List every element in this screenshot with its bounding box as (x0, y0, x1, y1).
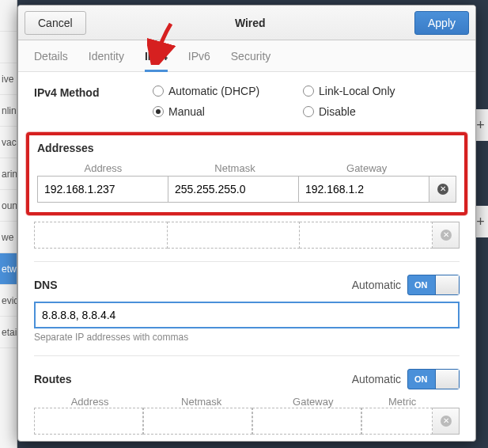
gateway-input[interactable] (299, 176, 429, 203)
radio-icon (303, 106, 314, 117)
route-address-input[interactable] (34, 408, 143, 435)
tab-identity[interactable]: Identity (89, 40, 124, 72)
radio-automatic[interactable]: Automatic (DHCP) (153, 85, 303, 97)
addresses-title: Addresses (37, 142, 456, 154)
tab-ipv6[interactable]: IPv6 (188, 40, 210, 72)
delete-address-button: ✕ (433, 222, 460, 249)
routes-automatic-label: Automatic (352, 373, 401, 385)
col-metric: Metric (369, 396, 436, 408)
dns-servers-input[interactable] (34, 302, 460, 328)
radio-icon (153, 85, 164, 97)
route-netmask-input[interactable] (143, 408, 252, 435)
radio-icon (153, 106, 164, 117)
ipv4-method-label: IPv4 Method (34, 85, 153, 99)
address-input[interactable] (37, 176, 168, 203)
network-settings-dialog: Cancel Wired Apply Details Identity IPv4… (17, 5, 476, 442)
dns-hint: Separate IP addresses with commas (34, 332, 460, 343)
routes-title: Routes (34, 373, 352, 385)
tab-details[interactable]: Details (34, 40, 68, 72)
col-address: Address (34, 396, 146, 408)
address-input[interactable] (34, 222, 168, 249)
delete-route-button: ✕ (433, 408, 460, 435)
delete-address-button[interactable]: ✕ (429, 176, 456, 203)
col-address: Address (37, 162, 169, 174)
close-icon: ✕ (441, 230, 452, 241)
gateway-input[interactable] (300, 222, 433, 249)
close-icon: ✕ (441, 416, 452, 427)
col-gateway: Gateway (301, 162, 433, 174)
col-netmask: Netmask (146, 396, 257, 408)
tab-ipv4[interactable]: IPv4 (145, 40, 168, 72)
dialog-title: Wired (86, 17, 414, 29)
col-gateway: Gateway (257, 396, 369, 408)
route-gateway-input[interactable] (252, 408, 361, 435)
content-area: IPv4 Method Automatic (DHCP) Manual Link… (18, 72, 475, 441)
addresses-highlight: Addresses Address Netmask Gateway ✕ (26, 132, 467, 215)
netmask-input[interactable] (168, 222, 301, 249)
radio-disable[interactable]: Disable (303, 105, 453, 118)
address-row: ✕ (37, 176, 456, 203)
routes-automatic-switch[interactable]: ON (407, 369, 460, 389)
radio-manual[interactable]: Manual (153, 105, 303, 118)
switch-knob (435, 275, 459, 294)
dns-title: DNS (34, 279, 352, 291)
radio-icon (303, 85, 314, 97)
route-metric-input[interactable] (361, 408, 433, 435)
tab-security[interactable]: Security (231, 40, 271, 72)
cancel-button[interactable]: Cancel (25, 11, 86, 35)
netmask-input[interactable] (168, 176, 299, 203)
route-row-empty: ✕ (34, 408, 460, 435)
dns-automatic-switch[interactable]: ON (407, 275, 460, 295)
close-icon: ✕ (437, 184, 448, 195)
background-sidebar: ive nlin vac arin oun we etw evic etail (0, 0, 17, 448)
col-netmask: Netmask (169, 162, 301, 174)
radio-linklocal[interactable]: Link-Local Only (303, 85, 453, 97)
apply-button[interactable]: Apply (414, 11, 469, 35)
titlebar: Cancel Wired Apply (18, 6, 475, 40)
address-row-empty: ✕ (34, 222, 460, 249)
switch-knob (435, 370, 459, 389)
tab-bar: Details Identity IPv4 IPv6 Security (18, 40, 475, 72)
dns-automatic-label: Automatic (352, 279, 401, 291)
